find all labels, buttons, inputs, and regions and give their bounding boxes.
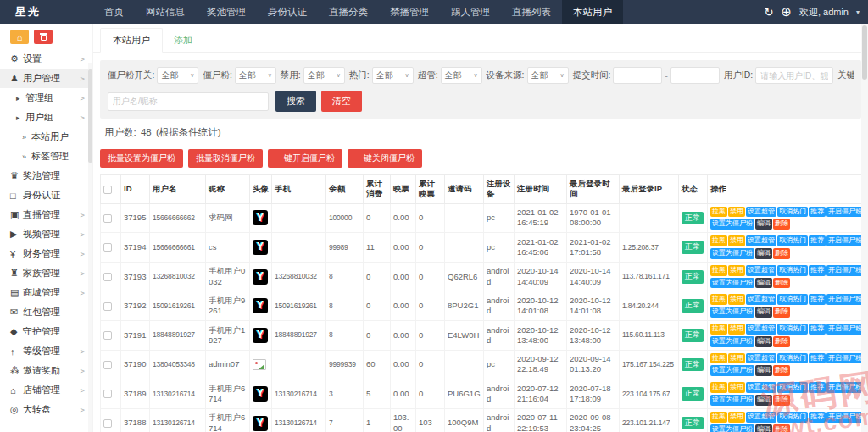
row-action-button[interactable]: 拉黑	[710, 294, 727, 305]
sidebar-item[interactable]: ♟ 用户管理 >	[0, 69, 92, 88]
welcome-user-text[interactable]: 欢迎, admin	[799, 6, 849, 19]
sidebar-item[interactable]: ⌂ 店铺管理 >	[0, 380, 92, 400]
nav-item[interactable]: 首页	[93, 0, 135, 24]
row-action-button[interactable]: 禁用	[728, 235, 745, 246]
row-checkbox[interactable]	[103, 390, 112, 398]
row-checkbox[interactable]	[103, 331, 112, 340]
row-action-button[interactable]: 设置为僵尸粉	[710, 248, 754, 259]
row-action-button[interactable]: 设置为僵尸粉	[710, 424, 754, 432]
nav-item[interactable]: 直播列表	[501, 0, 562, 24]
sidebar-item[interactable]: ¥ 财务管理 >	[0, 244, 92, 263]
row-action-button[interactable]: 设置超管	[746, 294, 776, 305]
row-action-button[interactable]: 设置为僵尸粉	[710, 307, 754, 318]
row-action-button[interactable]: 开启僵尸粉	[826, 353, 864, 364]
row-action-button[interactable]: 取消热门	[777, 324, 808, 335]
row-action-button[interactable]: 编辑	[755, 395, 772, 406]
sidebar-item[interactable]: ⁂ 邀请奖励 >	[0, 361, 92, 380]
row-action-button[interactable]: 设置超管	[746, 235, 776, 246]
row-action-button[interactable]: 删除	[773, 424, 790, 432]
sidebar-item[interactable]: ▤ 商城管理 >	[0, 283, 92, 302]
row-checkbox[interactable]	[103, 214, 112, 223]
bulk-action-button[interactable]: 批量设置为僵尸粉	[100, 149, 183, 168]
sidebar-item[interactable]: ↑ 等级管理 >	[0, 341, 92, 361]
row-action-button[interactable]: 取消热门	[777, 294, 808, 305]
row-action-button[interactable]: 推荐	[809, 265, 826, 276]
filter-select[interactable]: 全部 ∨	[157, 67, 198, 84]
row-action-button[interactable]: 拉黑	[710, 235, 727, 246]
row-action-button[interactable]: 推荐	[809, 235, 826, 246]
row-action-button[interactable]: 禁用	[728, 207, 745, 218]
row-action-button[interactable]: 禁用	[728, 353, 745, 364]
row-action-button[interactable]: 开启僵尸粉	[826, 324, 864, 335]
row-action-button[interactable]: 推荐	[809, 412, 826, 423]
select-all-checkbox[interactable]	[103, 186, 112, 194]
sidebar-item[interactable]: ▸ 用户组 >	[0, 108, 92, 127]
sidebar-scrollbar-thumb[interactable]	[88, 69, 92, 163]
userid-input[interactable]	[755, 67, 833, 84]
row-action-button[interactable]: 禁用	[728, 324, 745, 335]
user-avatar-icon[interactable]: ⊕	[781, 4, 792, 19]
row-action-button[interactable]: 设置为僵尸粉	[710, 395, 754, 406]
filter-select[interactable]: 全部 ∨	[441, 67, 482, 84]
row-action-button[interactable]: 推荐	[809, 207, 826, 218]
row-action-button[interactable]: 禁用	[728, 265, 745, 276]
home-button[interactable]: ⌂	[10, 30, 29, 44]
row-action-button[interactable]: 推荐	[809, 353, 826, 364]
nav-item[interactable]: 踢人管理	[440, 0, 501, 24]
search-button[interactable]: 搜索	[275, 91, 316, 112]
page-scrollbar[interactable]	[861, 24, 868, 432]
row-action-button[interactable]: 取消热门	[777, 353, 808, 364]
sidebar-item[interactable]: ▶ 视频管理 >	[0, 224, 92, 244]
page-scrollbar-thumb[interactable]	[862, 25, 867, 80]
row-action-button[interactable]: 删除	[773, 307, 790, 318]
row-action-button[interactable]: 编辑	[755, 307, 772, 318]
filter-select[interactable]: 全部 ∨	[527, 67, 569, 84]
row-checkbox[interactable]	[103, 361, 112, 369]
row-action-button[interactable]: 推荐	[809, 324, 826, 335]
nav-item[interactable]: 本站用户	[562, 0, 623, 24]
row-action-button[interactable]: 拉黑	[710, 412, 727, 423]
name-search-input[interactable]	[108, 92, 269, 111]
row-action-button[interactable]: 开启僵尸粉	[826, 382, 864, 393]
row-action-button[interactable]: 禁用	[728, 412, 745, 423]
row-action-button[interactable]: 拉黑	[710, 382, 727, 393]
clear-button[interactable]: 清空	[321, 91, 362, 112]
nav-item[interactable]: 直播分类	[318, 0, 379, 24]
row-checkbox[interactable]	[103, 419, 112, 428]
row-action-button[interactable]: 取消热门	[777, 412, 808, 423]
row-action-button[interactable]: 设置超管	[746, 207, 776, 218]
row-action-button[interactable]: 取消热门	[777, 382, 808, 393]
sidebar-item[interactable]: ▣ 直播管理 >	[0, 205, 92, 224]
nav-item[interactable]: 禁播管理	[379, 0, 440, 24]
row-action-button[interactable]: 拉黑	[710, 353, 727, 364]
row-action-button[interactable]: 设置超管	[746, 353, 776, 364]
row-action-button[interactable]: 删除	[773, 365, 790, 376]
row-action-button[interactable]: 编辑	[755, 424, 772, 432]
row-action-button[interactable]: 删除	[773, 395, 790, 406]
sidebar-item[interactable]: ▸ 管理组 >	[0, 88, 92, 108]
row-action-button[interactable]: 开启僵尸粉	[826, 235, 864, 246]
row-action-button[interactable]: 设置为僵尸粉	[710, 219, 754, 230]
nav-item[interactable]: 网站信息	[135, 0, 196, 24]
time-to-input[interactable]	[670, 67, 720, 84]
row-action-button[interactable]: 设置为僵尸粉	[710, 278, 754, 289]
row-action-button[interactable]: 开启僵尸粉	[826, 294, 864, 305]
row-action-button[interactable]: 拉黑	[710, 265, 727, 276]
row-action-button[interactable]: 设置为僵尸粉	[710, 365, 754, 376]
row-action-button[interactable]: 删除	[773, 278, 790, 289]
bulk-action-button[interactable]: 一键开启僵尸粉	[268, 149, 342, 168]
row-action-button[interactable]: 拉黑	[710, 207, 727, 218]
clear-cache-button[interactable]	[34, 30, 53, 44]
row-checkbox[interactable]	[103, 302, 112, 311]
row-action-button[interactable]: 编辑	[755, 278, 772, 289]
row-action-button[interactable]: 编辑	[755, 365, 772, 376]
row-action-button[interactable]: 取消热门	[777, 235, 808, 246]
sidebar-item[interactable]: □ 身份认证	[0, 186, 92, 205]
sidebar-item[interactable]: ◎ 大转盘 >	[0, 400, 92, 419]
tab-site-users[interactable]: 本站用户	[100, 28, 163, 53]
row-action-button[interactable]: 开启僵尸粉	[826, 265, 864, 276]
bulk-action-button[interactable]: 一键关闭僵尸粉	[348, 149, 422, 168]
row-checkbox[interactable]	[103, 273, 112, 281]
sidebar-item[interactable]: ◆ 守护管理	[0, 322, 92, 341]
nav-item[interactable]: 奖池管理	[196, 0, 257, 24]
